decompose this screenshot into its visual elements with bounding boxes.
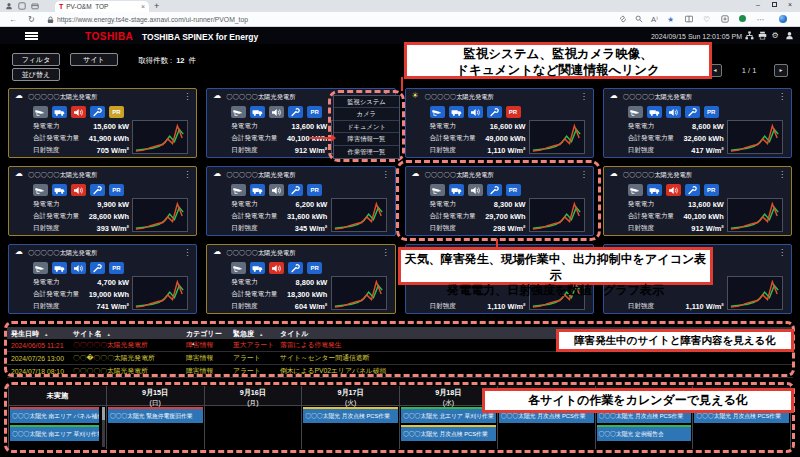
browser-tab[interactable]: T PV-O&M_TOP × (55, 1, 149, 12)
page-next-button[interactable]: ► (774, 64, 788, 77)
kebab-menu-icon[interactable]: ⋮ (778, 170, 786, 179)
more-options-icon[interactable]: ⋯ (755, 15, 766, 25)
calendar-event[interactable]: 〇〇〇太陽光 南エリア パネル補修調査 (10, 407, 99, 423)
new-tab-button[interactable]: + (154, 1, 159, 11)
settings-gear-icon[interactable]: ⚙ (770, 31, 780, 41)
fault-table-column-header[interactable]: 緊急度▲ (229, 327, 276, 339)
link-icon[interactable] (617, 15, 628, 25)
kebab-menu-icon[interactable]: ⋮ (580, 92, 588, 101)
annotation-card-info: 天気、障害発生、現場作業中、出力抑制中をアイコン表示 発電電力、日射強度を数値・… (398, 247, 713, 285)
refresh-icon[interactable]: ↻ (28, 15, 35, 24)
split-screen-icon[interactable] (683, 15, 694, 25)
sort-arrow-icon[interactable]: ▲ (107, 332, 111, 337)
collections-heart-icon[interactable]: ♡ (701, 15, 712, 25)
kebab-menu-icon[interactable]: ⋮ (580, 170, 588, 179)
back-icon[interactable]: ← (9, 15, 17, 24)
metric-label: 日射強度 (231, 146, 257, 155)
site-button[interactable]: サイト (70, 53, 118, 66)
annotation-line: 天気、障害発生、現場作業中、出力抑制中をアイコン表示 (401, 252, 710, 283)
calendar-event[interactable]: 〇〇〇太陽光 緊急停電復旧作業 (108, 407, 203, 423)
sparkline-chart (331, 276, 387, 310)
maximize-button[interactable] (768, 1, 780, 8)
sort-arrow-icon[interactable]: ▲ (191, 341, 195, 346)
page-indicator: 1 / 1 (728, 66, 770, 75)
fault-table-column-header[interactable]: カテゴリー▲ (182, 327, 229, 339)
site-name: 〇〇〇〇〇太陽光発電所 (226, 171, 295, 180)
workspace-icon[interactable] (17, 2, 26, 11)
calendar-event[interactable]: 〇〇〇太陽光 南エリア 草刈り作業 (10, 425, 99, 441)
site-card[interactable]: ☁〇〇〇〇〇太陽光発電所⋮PR発電電力8,600 kW合計発電電力量32,600… (603, 88, 792, 158)
power-restriction-status-icon: PR (506, 184, 521, 196)
browser-essentials-icon[interactable] (737, 15, 748, 25)
add-collections-icon[interactable] (719, 15, 730, 25)
fault-title: サイト～センター間通信遮断 (276, 353, 793, 363)
filter-button[interactable]: フィルタ (12, 53, 60, 66)
fieldwork-status-icon (250, 262, 265, 274)
annotation-arrow-line (310, 137, 332, 139)
metric-label: 発電電力 (430, 200, 456, 209)
url-text[interactable]: https://www.energy.ts4e-stage.axnavi.com… (57, 16, 248, 23)
site-info-lock-icon[interactable] (47, 16, 54, 26)
fault-table-column-header[interactable]: 発生日時▲ (7, 327, 69, 339)
kebab-menu-icon[interactable]: ⋮ (183, 248, 191, 257)
search-in-page-icon[interactable] (633, 15, 644, 25)
context-menu-item[interactable]: ドキュメント (334, 121, 399, 133)
power-restriction-status-icon: PR (506, 106, 521, 118)
cloud-weather-icon: ☁ (610, 169, 618, 178)
kebab-menu-icon[interactable]: ⋮ (778, 248, 786, 257)
site-card[interactable]: ☁〇〇〇〇〇太陽光発電所⋮PR発電電力9,900 kW合計発電電力量28,600… (8, 166, 197, 236)
kebab-menu-icon[interactable]: ⋮ (382, 248, 390, 257)
site-card[interactable]: ☁〇〇〇〇〇太陽光発電所⋮PR発電電力4,700 kW合計発電電力量19,000… (8, 244, 197, 314)
context-menu-item[interactable]: 作業管理一覧 (334, 146, 399, 158)
calendar-event[interactable]: 〇〇〇太陽光 月次点検 PCS作業 (401, 425, 496, 441)
calendar-event[interactable]: 〇〇〇太陽光 月次点検 PCS作業 (303, 407, 398, 423)
calendar-day-column: 9月16日(月) (205, 386, 303, 449)
close-button[interactable]: × (784, 1, 796, 8)
kebab-menu-icon[interactable]: ⋮ (183, 92, 191, 101)
calendar-scrollbar[interactable] (102, 407, 105, 447)
fault-title: 倒木によるPV02エリアパネル破損 (276, 366, 793, 376)
metric-label: 発電電力 (231, 122, 257, 131)
read-aloud-icon[interactable]: A⁾ (649, 15, 660, 25)
favorites-star-icon[interactable]: ★ (665, 15, 676, 25)
tab-actions-icon[interactable] (30, 2, 39, 11)
fault-urgency: アラート (229, 353, 276, 363)
kebab-menu-icon[interactable]: ⋮ (382, 170, 390, 179)
metric-label: 発電電力 (231, 278, 257, 287)
site-card[interactable]: ☀〇〇〇〇〇太陽光発電所⋮PR発電電力16,600 kW合計発電電力量49,00… (405, 88, 594, 158)
context-menu-item[interactable]: カメラ (334, 108, 399, 120)
kebab-menu-icon[interactable]: ⋮ (183, 170, 191, 179)
fault-table-row[interactable]: 2024/07/18 08:10〇〇〇〇〇太陽光発電所障害情報アラート倒木による… (7, 365, 793, 378)
card-header: ☁〇〇〇〇〇太陽光発電所⋮ (406, 169, 593, 181)
sitemap-icon[interactable] (744, 31, 754, 41)
calendar-event[interactable]: 〇〇〇太陽光 定例報告会 (597, 425, 692, 441)
maintenance-status-icon (90, 262, 105, 274)
hamburger-menu-icon[interactable] (25, 32, 38, 40)
annotation-line: 発電電力、日射強度を数値・グラフ表示 (401, 283, 710, 299)
sort-button[interactable]: 並び替え (12, 68, 60, 81)
status-icon-row: PR (430, 184, 521, 196)
tab-close-icon[interactable]: × (141, 3, 145, 10)
context-menu-item[interactable]: 監視システム (334, 96, 399, 108)
metric-value: 19,000 kWh (89, 290, 129, 299)
context-menu-item[interactable]: 障害情報一覧 (334, 133, 399, 145)
site-card[interactable]: ☁〇〇〇〇〇太陽光発電所⋮PR発電電力8,300 kW合計発電電力量29,700… (405, 166, 594, 236)
site-card[interactable]: ☁〇〇〇〇〇太陽光発電所⋮PR発電電力8,800 kW合計発電電力量18,300… (206, 244, 395, 314)
sort-arrow-icon[interactable]: ▲ (259, 332, 263, 337)
printer-icon[interactable] (757, 31, 767, 41)
minimize-button[interactable]: – (752, 1, 764, 8)
copilot-icon[interactable] (777, 15, 788, 25)
site-card[interactable]: ☁〇〇〇〇〇太陽光発電所⋮PR発電電力6,200 kW合計発電電力量31,600… (206, 166, 395, 236)
profile-icon[interactable] (4, 2, 13, 11)
site-card[interactable]: ☁〇〇〇〇〇太陽光発電所⋮PR発電電力13,600 kW合計発電電力量40,10… (603, 166, 792, 236)
sort-arrow-icon[interactable]: ▲ (44, 332, 48, 337)
fault-table-column-header[interactable]: サイト名▲ (69, 327, 182, 339)
calendar-column-body: 〇〇〇太陽光 月次点検 PCS作業 (302, 406, 399, 449)
site-card[interactable]: ☁〇〇〇〇〇太陽光発電所⋮PR発電電力15,600 kW合計発電電力量41,90… (8, 88, 197, 158)
metric-label: 合計発電電力量 (231, 290, 277, 299)
kebab-menu-icon[interactable]: ⋮ (778, 92, 786, 101)
user-icon[interactable] (784, 31, 794, 41)
fault-table-row[interactable]: 2024/07/26 13:00〇〇�〇〇〇太陽光発電所障害情報アラートサイト～… (7, 352, 793, 365)
sun-weather-icon: ☀ (412, 91, 419, 100)
fault-category: 障害情報 (182, 366, 229, 376)
